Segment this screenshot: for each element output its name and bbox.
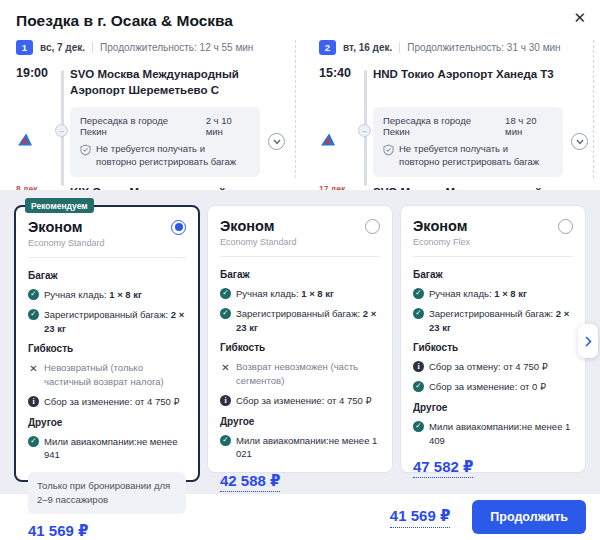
check-icon: ✓ <box>220 435 231 446</box>
layover-title: Пересадка в городе Пекин <box>80 115 194 137</box>
fare-card-economy-standard-2[interactable]: Эконом Economy Standard Багаж ✓ Ручная к… <box>207 205 393 473</box>
segment-date: вт, 16 дек. <box>343 42 392 53</box>
fare-radio[interactable] <box>558 219 573 234</box>
feature-text: Мили авиакомпании:не менее 941 <box>44 435 186 463</box>
cross-icon: ✕ <box>28 362 39 389</box>
segment-duration: Продолжительность: 12 ч 55 мин <box>100 42 253 53</box>
fare-title: Эконом <box>413 218 467 234</box>
fare-price[interactable]: 42 588 ₽ <box>220 472 280 492</box>
fare-feature: ✓ Зарегистрированный багаж: 2 × 23 кг <box>413 307 573 335</box>
layover-duration: 2 ч 10 мин <box>206 115 250 137</box>
check-icon: ✓ <box>413 381 424 392</box>
feature-value: 1 × 8 кг <box>301 288 334 299</box>
fare-feature: ✓ Сбор за изменение: от 0 ₽ <box>413 380 573 394</box>
feature-label: Зарегистрированный багаж: <box>236 308 360 319</box>
fare-feature: ✓ Ручная кладь: 1 × 8 кг <box>28 288 186 302</box>
departure-airport: SVO Москва Международный Аэропорт Шереме… <box>70 66 285 100</box>
feature-value: 1 × 8 кг <box>109 289 142 300</box>
transfer-stop-icon: – <box>358 124 371 137</box>
fare-title: Эконом <box>220 218 274 234</box>
fare-subtitle: Economy Standard <box>28 238 186 248</box>
expand-segment-button[interactable] <box>571 133 588 150</box>
fare-feature: ✕ Возврат невозможен (часть сегментов) <box>220 360 380 388</box>
feature-label: Ручная кладь: <box>44 289 107 300</box>
departure-time: 19:00 <box>16 66 56 100</box>
fare-feature: i Сбор за отмену: от 4 750 ₽ <box>413 360 573 374</box>
feature-text: Сбор за отмену: от 4 750 ₽ <box>429 360 548 374</box>
layover-duration: 18 ч 20 мин <box>505 115 553 137</box>
fare-feature: ✓ Ручная кладь: 1 × 8 кг <box>220 287 380 301</box>
feature-text: Сбор за изменение: от 4 750 ₽ <box>44 395 179 409</box>
feature-label: Ручная кладь: <box>429 288 492 299</box>
layover-title: Пересадка в городе Пекин <box>383 115 493 137</box>
section-heading-other: Другое <box>413 402 573 413</box>
section-heading-flexibility: Гибкость <box>413 342 573 353</box>
divider <box>399 42 400 53</box>
divider <box>92 42 93 53</box>
fare-subtitle: Economy Flex <box>413 237 573 247</box>
recommended-badge: Рекомендуем <box>25 198 94 213</box>
feature-text: Мили авиакомпании:не менее 1 021 <box>236 434 380 462</box>
fare-feature: ✓ Мили авиакомпании:не менее 1 409 <box>413 420 573 448</box>
feature-text: Сбор за изменение: от 4 750 ₽ <box>236 394 371 408</box>
fare-subtitle: Economy Standard <box>220 237 380 247</box>
feature-label: Ручная кладь: <box>236 288 299 299</box>
close-icon[interactable]: ✕ <box>573 10 586 25</box>
fare-radio-selected[interactable] <box>171 220 186 235</box>
divider <box>28 257 186 258</box>
fare-price[interactable]: 41 569 ₽ <box>28 522 88 540</box>
section-heading-flexibility: Гибкость <box>220 342 380 353</box>
check-icon: ✓ <box>413 288 424 299</box>
next-fares-button[interactable] <box>578 324 598 358</box>
departure-airport: HND Токио Аэропорт Ханеда T3 <box>373 66 588 100</box>
segment-number-badge: 2 <box>319 40 336 55</box>
transfer-stop-icon: – <box>55 124 68 137</box>
check-icon: ✓ <box>220 288 231 299</box>
feature-label: Зарегистрированный багаж: <box>44 309 168 320</box>
airline-logo-icon <box>319 132 338 151</box>
feature-text: Возврат невозможен (часть сегментов) <box>236 360 380 388</box>
divider <box>413 256 573 257</box>
section-heading-baggage: Багаж <box>220 269 380 280</box>
shield-check-icon <box>80 144 91 169</box>
fare-card-economy-flex[interactable]: Эконом Economy Flex Багаж ✓ Ручная кладь… <box>400 205 586 473</box>
section-heading-other: Другое <box>28 417 186 428</box>
info-icon: i <box>28 396 39 407</box>
section-heading-other: Другое <box>220 416 380 427</box>
layover-note-text: Не требуется получать и повторно регистр… <box>399 143 548 169</box>
fare-feature: ✓ Зарегистрированный багаж: 2 × 23 кг <box>28 308 186 336</box>
fare-feature: ✓ Мили авиакомпании:не менее 1 021 <box>220 434 380 462</box>
fare-feature: ✓ Ручная кладь: 1 × 8 кг <box>413 287 573 301</box>
feature-text: Невозвратный (только частичный возврат н… <box>44 361 186 389</box>
departure-time: 15:40 <box>319 66 359 100</box>
fare-feature: i Сбор за изменение: от 4 750 ₽ <box>28 395 186 409</box>
fare-price[interactable]: 47 582 ₽ <box>413 458 473 478</box>
segment-date: вс, 7 дек. <box>40 42 85 53</box>
info-icon: i <box>413 361 424 372</box>
fare-card-economy-standard-1[interactable]: Рекомендуем Эконом Economy Standard Бага… <box>14 205 200 482</box>
total-price[interactable]: 41 569 ₽ <box>390 507 450 528</box>
airline-logo-icon <box>16 132 35 151</box>
check-icon: ✓ <box>413 421 424 432</box>
section-heading-baggage: Багаж <box>413 269 573 280</box>
check-icon: ✓ <box>413 308 424 319</box>
fare-feature: ✓ Мили авиакомпании:не менее 941 <box>28 435 186 463</box>
page-title: Поездка в г. Осака & Москва <box>16 12 600 30</box>
segment-number-badge: 1 <box>16 40 33 55</box>
check-icon: ✓ <box>28 436 39 447</box>
check-icon: ✓ <box>28 289 39 300</box>
chevron-down-icon <box>273 139 281 145</box>
fare-note: Только при бронировании для 2–9 пассажир… <box>28 472 186 514</box>
section-heading-flexibility: Гибкость <box>28 343 186 354</box>
expand-segment-button[interactable] <box>268 133 285 150</box>
trip-fare-dialog: Поездка в г. Осака & Москва ✕ 1 вс, 7 де… <box>0 0 600 540</box>
shield-check-icon <box>383 144 394 169</box>
feature-label: Зарегистрированный багаж: <box>429 308 553 319</box>
layover-info: Пересадка в городе Пекин 18 ч 20 мин Не … <box>373 107 563 177</box>
feature-text: Сбор за изменение: от 0 ₽ <box>429 380 546 394</box>
fare-feature: ✕ Невозвратный (только частичный возврат… <box>28 361 186 389</box>
continue-button[interactable]: Продолжить <box>472 500 586 534</box>
fare-radio[interactable] <box>365 219 380 234</box>
cross-icon: ✕ <box>220 361 231 388</box>
segment-divider <box>295 40 296 178</box>
